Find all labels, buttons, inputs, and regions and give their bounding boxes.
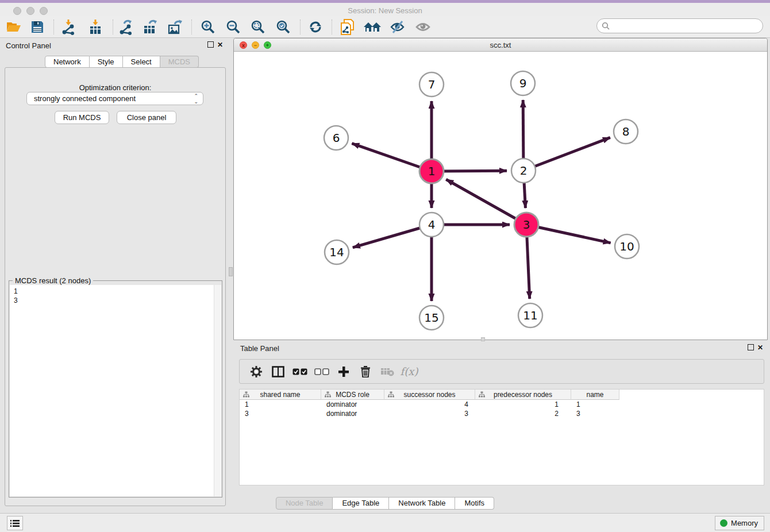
cell-MCDS-role[interactable]: dominator [321,409,384,418]
mcds-panel: Optimization criterion: strongly connect… [5,67,226,506]
table-row[interactable]: 1dominator411 [240,400,764,409]
run-mcds-button[interactable]: Run MCDS [55,111,109,124]
cell-shared-name[interactable]: 3 [240,409,321,418]
delete-column-trash-icon[interactable] [355,363,376,381]
vertical-splitter[interactable] [228,38,233,513]
show-column-panel-icon[interactable] [267,363,289,381]
tab-edge-table[interactable]: Edge Table [333,497,389,510]
save-session-icon[interactable] [28,19,47,35]
cell-name[interactable]: 1 [571,400,619,409]
window-title: Session: New Session [0,6,770,15]
network-titlebar[interactable]: x − + scc.txt [234,38,767,52]
splitter-grip[interactable] [229,267,233,276]
select-all-icon[interactable] [289,363,311,381]
graph-edge-2-8[interactable] [523,137,610,171]
network-title: scc.txt [234,41,767,49]
column-header-predecessor-nodes[interactable]: predecessor nodes [475,390,571,400]
deselect-all-icon[interactable] [311,363,333,381]
export-image-icon[interactable] [165,19,185,35]
column-header-label: MCDS role [336,391,369,399]
column-header-shared-name[interactable]: shared name [240,390,321,400]
control-panel-title: Control Panel [6,41,51,50]
table-body: 1dominator4113dominator323 [240,400,764,418]
cell-predecessor-nodes[interactable]: 1 [475,400,571,409]
control-panel-close-icon[interactable]: ✕ [217,41,223,48]
control-panel-float-button[interactable] [207,41,214,48]
tab-node-table[interactable]: Node Table [276,497,333,510]
close-panel-button[interactable]: Close panel [117,111,176,124]
open-session-icon[interactable] [3,19,23,35]
tab-select[interactable]: Select [123,56,160,68]
export-network-icon[interactable] [116,19,136,35]
export-table-icon[interactable] [141,19,160,35]
network-from-selection-icon[interactable] [337,19,357,35]
control-panel-header: Control Panel ✕ [0,38,228,53]
network-graph[interactable]: 7968124314101511 [234,52,767,340]
memory-button[interactable]: Memory [715,516,764,530]
hide-selected-icon[interactable] [388,19,407,35]
graph-node-label-4: 4 [428,218,436,232]
mcds-result-text[interactable]: 1 3 [10,285,215,496]
column-header-successor-nodes[interactable]: successor nodes [384,390,475,400]
cell-successor-nodes[interactable]: 4 [384,400,475,409]
add-column-icon[interactable] [333,363,355,381]
cell-successor-nodes[interactable]: 3 [384,409,475,418]
column-header-label: predecessor nodes [494,391,552,399]
task-history-button[interactable] [7,516,23,530]
table-panel-float-button[interactable] [748,344,754,350]
column-header-label: name [586,391,603,399]
show-all-icon[interactable] [413,19,433,35]
import-table-icon[interactable] [86,19,105,35]
graph-node-label-1: 1 [428,164,436,178]
function-builder-icon[interactable]: f(x) [398,363,420,381]
graph-node-label-7: 7 [428,78,436,91]
cell-predecessor-nodes[interactable]: 2 [475,409,571,418]
table-settings-gear-icon[interactable] [245,363,267,381]
zoom-in-icon[interactable] [198,19,218,35]
zoom-out-icon[interactable] [224,19,243,35]
cell-name[interactable]: 3 [571,409,619,418]
tab-motifs[interactable]: Motifs [455,497,494,510]
criterion-value: strongly connected component [34,94,136,103]
tab-network-table[interactable]: Network Table [389,497,455,510]
zoom-fit-icon[interactable] [248,19,268,35]
cell-MCDS-role[interactable]: dominator [321,400,384,409]
tab-style[interactable]: Style [90,56,123,68]
delete-table-icon[interactable] [376,363,398,381]
first-neighbors-icon[interactable] [363,19,382,35]
column-header-name[interactable]: name [571,390,619,400]
network-resize-handle[interactable] [481,337,485,341]
column-header-label: shared name [260,391,300,399]
table-header-row: shared nameMCDS rolesuccessor nodesprede… [240,390,764,400]
column-header-MCDS-role[interactable]: MCDS role [321,390,384,400]
cell-shared-name[interactable]: 1 [240,400,321,409]
table-tabs-bar: Node TableEdge TableNetwork TableMotifs [0,497,770,510]
apply-layout-icon[interactable] [306,19,325,35]
graph-node-label-10: 10 [619,240,634,253]
table-panel-close-icon[interactable]: ✕ [757,344,763,351]
zoom-selected-icon[interactable] [274,19,293,35]
toolbar-separator [300,20,301,34]
graph-node-label-8: 8 [622,125,630,138]
table-panel-header: Table Panel ✕ [233,342,768,356]
mcds-result-scrollbar[interactable] [214,285,221,496]
graph-edge-3-1[interactable] [446,179,526,225]
tab-network[interactable]: Network [45,56,90,68]
import-network-icon[interactable] [59,19,78,35]
table-row[interactable]: 3dominator323 [240,409,764,418]
network-window: x − + scc.txt 7968124314101511 [233,38,768,340]
graph-node-label-11: 11 [523,309,537,322]
toolbar-separator [53,20,54,34]
toolbar-separator [332,20,332,34]
network-canvas[interactable]: 7968124314101511 [234,52,767,340]
node-table[interactable]: shared nameMCDS rolesuccessor nodesprede… [239,389,764,485]
graph-edge-3-10[interactable] [526,225,611,243]
search-input[interactable] [596,18,763,33]
toolbar-separator [191,20,192,34]
criterion-dropdown[interactable]: strongly connected component ⌃⌄ [26,92,203,105]
column-header-label: successor nodes [403,391,455,399]
mcds-result-title: MCDS result (2 nodes) [13,276,93,285]
tab-mcds[interactable]: MCDS [160,56,199,68]
graph-node-label-9: 9 [519,76,527,90]
graph-node-label-3: 3 [523,218,530,232]
